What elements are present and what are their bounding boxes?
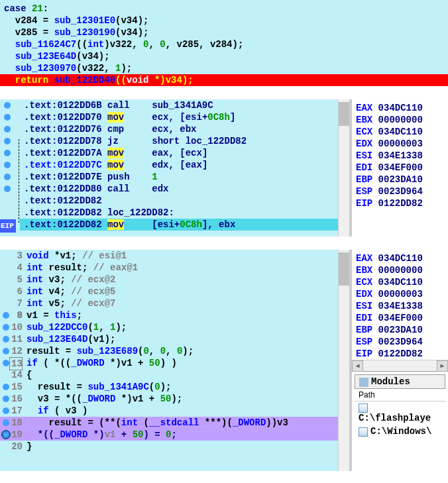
line-number: 3 <box>9 250 23 262</box>
horizontal-scrollbar[interactable]: ◀ ▶ <box>352 360 448 371</box>
decompile-bottom-panel[interactable]: 3void *v1; // esi@14int result; // eax@1… <box>0 250 349 471</box>
breakpoint-icon[interactable] <box>3 384 9 390</box>
register-row: EDX 00000003 <box>352 288 448 300</box>
source-line[interactable]: 18 result = (**(int (__stdcall ***)(_DWO… <box>0 417 349 429</box>
line-number: 15 <box>9 381 23 393</box>
disasm-panel[interactable]: .text:0122DD6B call sub_1341A9C.text:012… <box>0 99 349 237</box>
disasm-line[interactable]: .text:0122DD6B call sub_1341A9C <box>20 99 349 111</box>
line-number: 11 <box>9 333 23 345</box>
source-line[interactable]: 12result = sub_123E689(0, 0, 0); <box>0 345 349 357</box>
breakpoint-icon[interactable] <box>4 102 11 109</box>
line-number: 9 <box>9 309 23 321</box>
source-line[interactable]: 9v1 = this; <box>0 309 349 321</box>
line-number: 4 <box>9 262 23 274</box>
disasm-line[interactable]: .text:0122DD82 <box>20 195 349 207</box>
register-row: EAX 034DC110 <box>352 102 448 114</box>
line-number: 20 <box>9 441 23 453</box>
source-line[interactable]: 16 v3 = *((_DWORD *)v1 + 50); <box>0 393 349 405</box>
source-line[interactable]: sub_123E64D(v34); <box>0 50 448 62</box>
register-row: EBX 00000000 <box>352 264 448 276</box>
scroll-left-icon[interactable]: ◀ <box>352 360 363 372</box>
register-row: EIP 0122DD82 <box>352 348 448 360</box>
disasm-line[interactable]: .text:0122DD82 loc_122DD82: <box>20 207 349 219</box>
register-row: ESI 034E1338 <box>352 150 448 162</box>
module-file-icon <box>359 403 368 413</box>
breakpoint-icon[interactable] <box>3 336 9 343</box>
breakpoint-icon[interactable] <box>4 126 11 133</box>
source-line[interactable]: sub_11624C7((int)v322, 0, 0, v285, v284)… <box>0 38 448 50</box>
register-row: EDI 034EF000 <box>352 162 448 174</box>
line-number: 18 <box>9 417 23 429</box>
breakpoint-icon[interactable] <box>3 348 9 354</box>
breakpoint-icon[interactable] <box>3 324 9 331</box>
disasm-line[interactable]: .text:0122DD7C mov edx, [eax] <box>20 159 349 171</box>
register-row: EBP 0023DA10 <box>352 324 448 336</box>
breakpoint-icon[interactable] <box>4 186 11 192</box>
source-line[interactable]: 3void *v1; // esi@1 <box>0 250 349 262</box>
path-column-header[interactable]: Path <box>355 389 445 402</box>
disasm-line[interactable]: EIP.text:0122DD82 mov [esi+0C8h], ebx <box>20 219 349 231</box>
module-path-row[interactable]: C:\Windows\ <box>355 425 445 438</box>
breakpoint-icon[interactable] <box>4 162 11 168</box>
register-row: EDX 00000003 <box>352 138 448 150</box>
source-line[interactable]: 11sub_123E64D(v1); <box>0 333 349 345</box>
line-number: 14 <box>9 369 23 381</box>
source-line[interactable]: v284 = sub_12301E0(v34); <box>0 15 448 27</box>
source-line[interactable]: 10sub_122DCC0(1, 1); <box>0 321 349 333</box>
register-row: ESI 034E1338 <box>352 300 448 312</box>
register-row: ECX 034DC110 <box>352 126 448 138</box>
breakpoint-icon[interactable] <box>4 174 11 180</box>
registers-top-panel: EAX 034DC110EBX 00000000ECX 034DC110EDX … <box>349 99 448 237</box>
disasm-line[interactable]: .text:0122DD7E push 1 <box>20 171 349 183</box>
source-line[interactable]: 15 result = sub_1341A9C(0); <box>0 381 349 393</box>
breakpoint-icon[interactable] <box>4 114 11 121</box>
breakpoint-icon[interactable] <box>3 407 9 414</box>
breakpoint-icon[interactable] <box>3 419 9 426</box>
module-file-icon <box>359 427 368 437</box>
register-row: ECX 034DC110 <box>352 276 448 288</box>
module-path-row[interactable]: C:\flashplaye <box>355 402 445 425</box>
source-line[interactable]: 19 *((_DWORD *)v1 + 50) = 0; <box>0 429 349 441</box>
line-number: 12 <box>9 345 23 357</box>
register-row: ESP 0023D964 <box>352 186 448 197</box>
line-number: 17 <box>9 405 23 417</box>
disasm-line[interactable]: .text:0122DD78 jz short loc_122DD82 <box>20 135 349 147</box>
decompile-top-panel: case 21: v284 = sub_12301E0(v34); v285 =… <box>0 0 448 86</box>
line-number: 19 <box>9 429 23 441</box>
register-row: EIP 0122DD82 <box>352 197 448 209</box>
disasm-line[interactable]: .text:0122DD80 call edx <box>20 183 349 195</box>
breakpoint-icon[interactable] <box>3 360 9 366</box>
source-line[interactable]: sub_1230970(v322, 1); <box>0 62 448 74</box>
scroll-right-icon[interactable]: ▶ <box>437 360 448 372</box>
source-line[interactable]: case 21: <box>0 3 448 15</box>
source-line[interactable]: 17 if ( v3 ) <box>0 405 349 417</box>
breakpoint-icon[interactable] <box>4 150 11 156</box>
register-row: EDI 034EF000 <box>352 312 448 324</box>
register-row: ESP 0023D964 <box>352 336 448 348</box>
line-number: 5 <box>9 274 23 286</box>
line-number: 10 <box>9 321 23 333</box>
disasm-line[interactable]: .text:0122DD76 cmp ecx, ebx <box>20 123 349 135</box>
source-line[interactable]: 6int v4; // ecx@5 <box>0 286 349 297</box>
disasm-line[interactable]: .text:0122DD7A mov eax, [ecx] <box>20 147 349 159</box>
register-row: EBP 0023DA10 <box>352 174 448 186</box>
line-number: 7 <box>9 297 23 309</box>
disasm-line[interactable]: .text:0122DD70 mov ecx, [esi+0C8h] <box>20 111 349 123</box>
source-line[interactable]: 4int result; // eax@1 <box>0 262 349 274</box>
right-panel-bottom: EAX 034DC110EBX 00000000ECX 034DC110EDX … <box>349 250 448 471</box>
source-line[interactable]: return sub_122DD40((void *)v34); <box>0 74 448 86</box>
breakpoint-icon[interactable] <box>3 312 9 319</box>
vertical-scrollbar[interactable] <box>338 250 349 471</box>
source-line[interactable]: 14{ <box>0 369 349 381</box>
breakpoint-icon[interactable] <box>4 138 11 144</box>
source-line[interactable]: 5int v3; // ecx@2 <box>0 274 349 286</box>
source-line[interactable]: 20} <box>0 441 349 453</box>
source-line[interactable]: v285 = sub_1230190(v34); <box>0 27 448 38</box>
modules-header[interactable]: Modules <box>355 374 445 389</box>
source-line[interactable]: 7int v5; // ecx@7 <box>0 297 349 309</box>
modules-panel: Modules Path C:\flashplayeC:\Windows\ <box>352 371 448 441</box>
vertical-scrollbar[interactable] <box>338 99 349 237</box>
line-number: 16 <box>9 393 23 405</box>
breakpoint-icon[interactable] <box>3 396 9 402</box>
source-line[interactable]: 13if ( *((_DWORD *)v1 + 50) ) <box>0 357 349 369</box>
